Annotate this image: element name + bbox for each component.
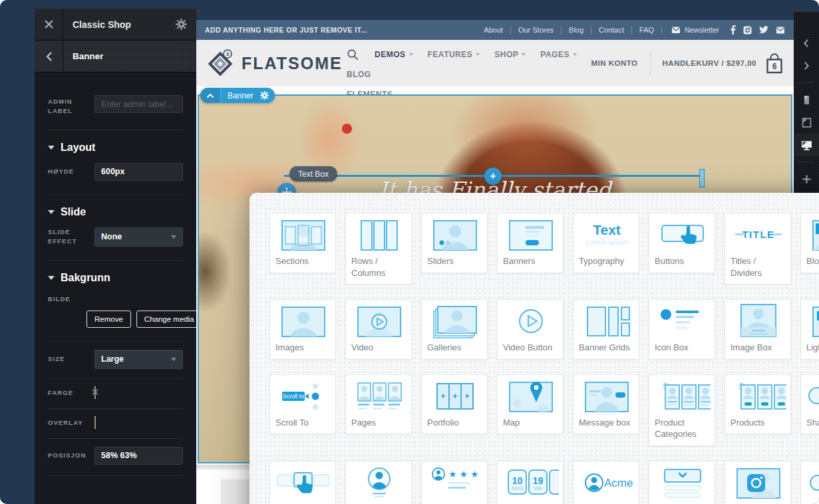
element-tile-share-icons[interactable]: Share icons (800, 374, 819, 435)
element-tile-tabs[interactable]: Tabs (269, 461, 336, 504)
cart-bag-icon[interactable]: 6 (764, 53, 784, 74)
nav-item-label: BLOG (347, 64, 371, 84)
toolbar-plus-button[interactable] (794, 168, 819, 190)
banner-element-badge[interactable]: Banner (200, 88, 275, 103)
element-tile-typography[interactable]: TextLorem ipsumTypography (573, 213, 639, 273)
topbar-link-our-stores[interactable]: Our Stores (511, 26, 561, 34)
element-tile-galleries[interactable]: Galleries (421, 299, 488, 360)
nav-item-blog[interactable]: BLOG (347, 64, 371, 84)
element-tile-accordion[interactable]: Accordion (649, 461, 715, 504)
change-media-button[interactable]: Change media (136, 311, 202, 328)
element-badge-label[interactable]: Banner (221, 91, 259, 100)
close-builder-button[interactable] (35, 9, 63, 40)
topbar-link-faq[interactable]: FAQ (632, 26, 661, 34)
element-tile-products[interactable]: $Products (725, 374, 791, 435)
element-tile-rows-columns[interactable]: Rows / Columns (345, 213, 412, 285)
newsletter-link[interactable]: Newsletter (662, 26, 727, 34)
element-tile-pages[interactable]: Pages (345, 374, 412, 435)
element-tile-instagram-feed[interactable]: Instagram feed (725, 461, 791, 504)
color-swatch-empty[interactable] (94, 386, 96, 399)
element-tile-image-box[interactable]: Image Box (725, 299, 791, 360)
element-tile-lightbox[interactable]: Lightbox (800, 299, 819, 360)
topbar-links: AboutOur StoresBlogContactFAQNewsletter (476, 25, 785, 35)
overlay-swatch-empty[interactable] (94, 416, 96, 429)
account-link[interactable]: MIN KONTO (579, 59, 649, 67)
cart-link[interactable]: HANDLEKURV / $297,00 (651, 59, 764, 67)
element-tile-scroll-to[interactable]: Scroll toScroll To (269, 374, 336, 435)
element-tile-product-categories[interactable]: $Product Categories (649, 374, 715, 446)
element-tile-label: Map (503, 417, 558, 429)
image-box-icon (731, 303, 785, 340)
toolbar-desktop-button[interactable] (794, 134, 819, 156)
instagram-icon[interactable] (743, 26, 752, 35)
element-tile-countdown[interactable]: 10DAYS19MINCountdown (497, 461, 564, 504)
element-tile-titles-dividers[interactable]: TITLETitles / Dividers (725, 213, 791, 285)
divider (48, 408, 183, 409)
element-tile-video[interactable]: Video (345, 299, 412, 360)
products-icon: $ (731, 378, 785, 416)
twitter-icon[interactable] (759, 26, 768, 34)
portfolio-icon: +++ (427, 378, 482, 416)
element-title: Banner (63, 51, 104, 61)
builder-settings-button[interactable] (176, 19, 196, 30)
nav-item-demos[interactable]: DEMOS (375, 45, 413, 64)
section-layout[interactable]: Layout (48, 142, 183, 154)
site-logo[interactable]: 3 FLATSOME (207, 48, 343, 78)
element-tile-buttons[interactable]: Buttons (649, 213, 715, 273)
element-tile-testimonials[interactable]: ★★★Testimonials (421, 461, 488, 504)
toolbar-mobile-button[interactable] (794, 88, 819, 111)
site-topbar: ADD ANYTHING HERE OR JUST REMOVE IT... A… (196, 20, 794, 40)
collapse-button[interactable] (200, 88, 221, 103)
element-tile-icon-box[interactable]: Icon Box (649, 299, 715, 360)
svg-text:DAYS: DAYS (512, 486, 524, 491)
topbar-link-contact[interactable]: Contact (591, 26, 631, 34)
element-tile-banners[interactable]: Banners (497, 213, 564, 273)
nav-item-features[interactable]: FEATURES (428, 45, 480, 64)
back-button[interactable] (35, 41, 63, 72)
element-tile-sections[interactable]: Sections (269, 213, 336, 273)
element-tile-label: Buttons (655, 255, 709, 267)
topbar-link-blog[interactable]: Blog (562, 26, 591, 34)
nav-item-shop[interactable]: SHOP (494, 45, 526, 64)
admin-label-input[interactable] (94, 95, 183, 113)
element-tile-portfolio[interactable]: +++Portfolio (421, 374, 488, 435)
size-row: SIZE Large (48, 350, 183, 369)
slide-effect-select[interactable]: None (94, 227, 183, 247)
remove-button[interactable]: Remove (86, 311, 131, 328)
element-tile-video-button[interactable]: Video Button (497, 299, 564, 360)
height-input[interactable] (94, 163, 183, 181)
section-slide[interactable]: Slide (48, 206, 183, 218)
toolbar-chevron-left-button[interactable] (794, 32, 819, 55)
section-bakgrunn[interactable]: Bakgrunn (48, 272, 183, 284)
email-icon[interactable] (776, 27, 785, 34)
titles-dividers-icon: TITLE (731, 217, 785, 254)
element-tile-map[interactable]: Map (497, 374, 564, 435)
scroll-to-icon: Scroll to (275, 378, 330, 416)
element-tile-logo[interactable]: AcmeLogo (573, 461, 639, 504)
position-input[interactable] (94, 447, 183, 465)
element-tile-blog-posts[interactable]: Blog posts (800, 213, 819, 273)
toolbar-tablet-button[interactable] (794, 111, 819, 134)
search-icon[interactable] (347, 49, 359, 61)
element-tile-team-member[interactable]: Team Member (345, 461, 412, 504)
page-title: Classic Shop (63, 19, 176, 30)
nav-item-pages[interactable]: PAGES (540, 45, 577, 64)
size-label: SIZE (48, 354, 94, 364)
element-tile-images[interactable]: Images (269, 299, 336, 360)
element-tile-search[interactable]: Search (800, 461, 819, 504)
element-settings-button[interactable] (259, 91, 275, 100)
topbar-link-about[interactable]: About (476, 26, 510, 34)
element-tile-sliders[interactable]: Sliders (421, 213, 488, 273)
divider (48, 130, 183, 130)
toolbar-chevron-right-button[interactable] (794, 55, 819, 77)
settings-panel: Classic Shop Banner ADMIN LABEL Layout H… (35, 9, 196, 504)
share-icons-icon (806, 378, 819, 416)
site-header: 3 FLATSOME DEMOSFEATURESSHOPPAGESBLOGELE… (196, 40, 794, 86)
nav-item-label: PAGES (540, 45, 570, 64)
element-tile-message-box[interactable]: Message box (573, 374, 639, 435)
slide-effect-value: None (101, 232, 122, 241)
size-select[interactable]: Large (94, 350, 183, 369)
facebook-icon[interactable] (730, 25, 736, 35)
gear-icon (260, 91, 269, 100)
element-tile-banner-grids[interactable]: Banner Grids (573, 299, 639, 360)
